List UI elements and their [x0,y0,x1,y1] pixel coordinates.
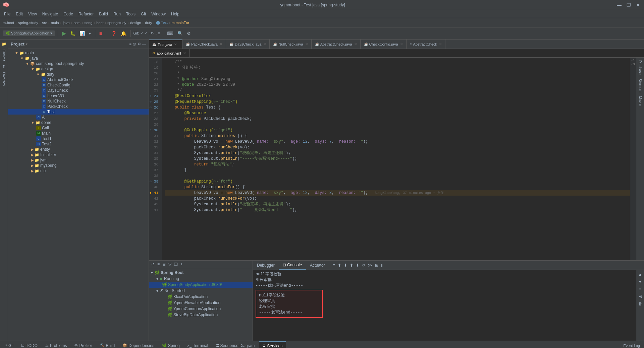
maximize-btn[interactable]: ❐ [625,2,632,8]
svc-springboot-group[interactable]: ▼ 🌿 Spring Boot [149,270,253,276]
menu-file[interactable]: File [1,10,13,18]
tree-test[interactable]: C Test [8,109,149,115]
svc-add-btn[interactable]: + [179,261,184,267]
menu-code[interactable]: Code [61,10,76,18]
notifications-btn[interactable]: 🔔 [119,30,128,37]
tab-debugger[interactable]: Debugger [253,261,279,270]
breadcrumb-com[interactable]: com [73,21,80,25]
console-pin-btn[interactable]: ⬆ [349,262,354,268]
bottom-tab-terminal[interactable]: >_ Terminal [184,341,212,348]
console-pin2-btn[interactable]: ⬇ [355,262,360,268]
run-config-dropdown[interactable]: 🌿 SpringStudyApplication ▾ [3,30,55,36]
tree-jvm[interactable]: ▶ 📁 jvm [8,157,149,163]
breadcrumb-mainfor[interactable]: m mainFor [172,21,190,25]
tree-nio[interactable]: ▶ 📁 nio [8,168,149,173]
breadcrumb-song[interactable]: song [85,21,93,25]
bottom-tab-profiler[interactable]: ◎ Profiler [71,341,96,348]
tab-close-abstractcheck[interactable]: ✕ [354,42,357,46]
console-sidebar-up-btn[interactable]: ▲ [637,271,643,277]
push-icon[interactable]: ⬆ [2,63,6,70]
bottom-tab-sequence[interactable]: ≣ Sequence Diagram [213,341,259,348]
code-editor[interactable]: 18 19 20 21 22 23 ☆ 24 ☆ 25 ☆ 26 27 28 2… [149,58,636,260]
tab-yml[interactable]: ⚙ application.yml ✕ [149,49,190,57]
tab-close-yml[interactable]: ✕ [183,51,186,55]
tree-test1[interactable]: C Test1 [8,136,149,141]
svc-collapse-btn[interactable]: ≡ [156,261,161,267]
breadcrumb-springstudy[interactable]: spring-study [18,21,38,25]
tab-abstractcheck2[interactable]: ≡ AbstractCheck ✕ [407,40,445,49]
event-log-btn[interactable]: Event Log [623,344,640,348]
project-icon[interactable]: 📁 [1,41,7,47]
breadcrumb-java[interactable]: java [63,21,69,25]
menu-help[interactable]: Help [168,10,182,18]
console-sidebar-trash-btn[interactable]: 🗑 [637,301,643,307]
breadcrumb-src[interactable]: src [42,21,47,25]
console-scroll-bottom-btn[interactable]: ⬇ [343,262,348,268]
settings-btn[interactable]: ⚙ [185,30,192,37]
console-scroll-top-btn[interactable]: ⬆ [337,262,342,268]
locate-btn[interactable]: ◎ [133,42,136,46]
settings-panel-btn[interactable]: ⚙ [138,42,141,46]
editor-scrollbar[interactable]: ⚠1 ✓3 [630,58,636,260]
minimize-btn[interactable]: — [616,2,623,8]
tree-initializer[interactable]: ▶ 📁 Initializer [8,152,149,157]
bottom-tab-dependencies[interactable]: 📦 Dependencies [119,341,158,348]
menu-git[interactable]: Git [138,10,149,18]
svc-refresh-btn[interactable]: ↺ [150,261,156,267]
tab-close-checkconfig[interactable]: ✕ [400,42,403,46]
code-content[interactable]: /** * 分组校验: * * @author SongXianyang * @… [162,58,630,260]
tab-close-abstractcheck2[interactable]: ✕ [439,42,442,46]
svc-running-group[interactable]: ▼ ▶ Running [149,276,253,282]
close-panel-btn[interactable]: — [142,42,146,46]
menu-view[interactable]: View [25,10,40,18]
tree-java[interactable]: ▼ 📁 java [8,56,149,61]
tab-packcheck[interactable]: ☕ PackCheck.java ✕ [182,40,226,49]
stop-btn[interactable]: ■ [98,30,104,37]
console-more-btn[interactable]: ≫ [367,262,373,268]
menu-run[interactable]: Run [111,10,123,18]
coverage-btn[interactable]: 📊 [78,30,86,37]
bottom-tab-todo[interactable]: ☑ TODO [18,341,41,348]
console-sidebar-down-btn[interactable]: ▼ [637,279,643,285]
tree-abstractcheck[interactable]: C AbstractCheck [8,77,149,82]
structure-icon[interactable]: Structure [638,77,643,94]
breadcrumb-design[interactable]: design [130,21,141,25]
tab-test-java[interactable]: ☕ Test.java ✕ [149,40,182,49]
svc-expand-btn[interactable]: ⊞ [161,261,167,267]
breadcrumb-mboot[interactable]: m-boot [3,21,14,25]
search-btn[interactable]: 🔍 [176,30,184,37]
project-dropdown-icon[interactable]: ▾ [26,42,28,46]
bottom-tab-spring[interactable]: 🌿 Spring [159,341,183,348]
svc-springstudyapp[interactable]: 🌿 SpringStudyApplication :8080/ [149,282,253,288]
svc-steve[interactable]: 🌿 SteveBigDataApplication [149,312,253,318]
tree-dayscheck[interactable]: C DaysCheck [8,88,149,93]
tab-actuator[interactable]: Actuator [306,261,329,270]
tree-main[interactable]: ▼ 📁 main [8,50,149,56]
tree-com[interactable]: ▼ 📦 com.song.boot.springstudy [8,61,149,66]
tree-a[interactable]: C A [8,115,149,120]
help-btn[interactable]: ❓ [110,30,118,37]
svc-yqmm[interactable]: 🌿 YqmmFlowableApplication [149,300,253,306]
debug-btn[interactable]: 🐛 [69,30,77,37]
bookmark-icon[interactable]: Favorites [1,71,6,87]
bottom-tab-build[interactable]: 🔨 Build [97,341,119,348]
bottom-tab-git[interactable]: ⑂ Git [1,341,17,348]
tab-close-test[interactable]: ✕ [174,43,177,46]
menu-navigate[interactable]: Navigate [40,10,61,18]
tree-design[interactable]: ▼ 📁 design [8,66,149,72]
bottom-tab-problems[interactable]: ⚠ Problems [42,341,71,348]
tab-abstractcheck[interactable]: ☕ AbstractCheck.java ✕ [312,40,361,49]
menu-window[interactable]: Window [149,10,168,18]
breadcrumb-test[interactable]: ⬤ Test [156,20,168,25]
console-split-btn[interactable]: ⫿ [380,262,384,268]
tab-close-nullcheck[interactable]: ✕ [305,42,308,46]
tree-duty[interactable]: ▼ 📁 duty [8,72,149,77]
console-clear-btn[interactable]: ≡ [332,262,336,268]
menu-tools[interactable]: Tools [123,10,138,18]
tab-nullcheck[interactable]: ☕ NullCheck.java ✕ [270,40,311,49]
menu-build[interactable]: Build [96,10,111,18]
tab-console[interactable]: ⊡ Console [279,261,306,270]
close-btn[interactable]: ✕ [635,2,641,8]
svc-group-btn[interactable]: ❑ [173,261,179,267]
tree-test2[interactable]: C Test2 [8,141,149,147]
